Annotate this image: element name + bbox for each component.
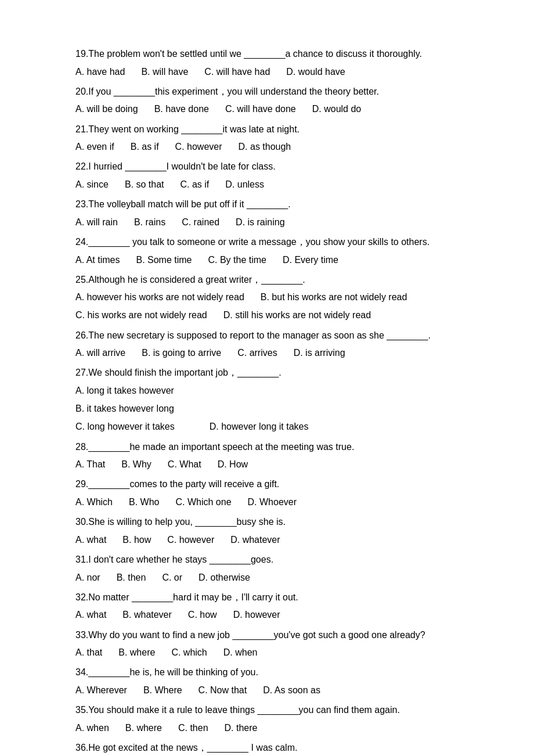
option-3-23: D. is raining <box>236 214 284 230</box>
question-block-33: 33.Why do you want to find a new job ___… <box>75 628 464 661</box>
question-text-32: 32.No matter ________hard it may be，I'll… <box>75 590 464 605</box>
question-block-28: 28.________he made an important speech a… <box>75 440 464 473</box>
options-line-26: A. will arriveB. is going to arriveC. ar… <box>75 345 464 361</box>
option-2-20: C. will have done <box>225 101 296 117</box>
option-2-26: C. arrives <box>237 345 277 361</box>
option-2-23: C. rained <box>182 214 219 230</box>
question-text-19: 19.The problem won't be settled until we… <box>75 46 464 62</box>
option-3-20: D. would do <box>312 101 362 117</box>
option-a-25: A. however his works are not widely read <box>75 289 244 305</box>
question-block-20: 20.If you ________this experiment，you wi… <box>75 84 464 117</box>
question-block-36: 36.He got excited at the news，________ I… <box>75 740 464 755</box>
options-line-28: A. ThatB. WhyC. WhatD. How <box>75 456 464 472</box>
option-c-25: C. his works are not widely read <box>75 307 207 323</box>
option-2-32: C. how <box>188 607 217 622</box>
option-0-22: A. since <box>75 177 109 192</box>
option-3-24: D. Every time <box>283 252 338 268</box>
option-0-20: A. will be doing <box>75 101 138 117</box>
questions-container: 19.The problem won't be settled until we… <box>75 46 464 755</box>
option-2-28: C. What <box>168 456 201 472</box>
option-2-31: C. or <box>162 570 182 585</box>
option-3-28: D. How <box>218 456 248 472</box>
option-2-21: C. however <box>175 139 222 154</box>
option-3-31: D. otherwise <box>199 570 250 585</box>
option-3-29: D. Whoever <box>248 494 297 510</box>
option-row-1-27: B. it takes however long <box>75 401 464 416</box>
options-line-33: A. thatB. whereC. whichD. when <box>75 645 464 660</box>
option-3-35: D. there <box>225 720 258 736</box>
option-1-30: B. how <box>122 532 151 548</box>
option-3-30: D. whatever <box>230 532 280 548</box>
options-line-23: A. will rainB. rainsC. rainedD. is raini… <box>75 214 464 230</box>
option-1-24: B. Some time <box>136 252 192 268</box>
question-block-32: 32.No matter ________hard it may be，I'll… <box>75 590 464 623</box>
option-1-29: B. Who <box>129 494 159 510</box>
option-2-29: C. Which one <box>175 494 231 510</box>
option-0-30: A. what <box>75 532 106 548</box>
option-0-28: A. That <box>75 456 105 472</box>
options-line-29: A. WhichB. WhoC. Which oneD. Whoever <box>75 494 464 510</box>
question-text-27: 27.We should finish the important job，__… <box>75 365 464 380</box>
option-3-33: D. when <box>223 645 258 660</box>
option-2-35: C. then <box>178 720 208 736</box>
option-0-26: A. will arrive <box>75 345 125 361</box>
option-1-33: B. where <box>118 645 155 660</box>
option-0-33: A. that <box>75 645 102 660</box>
question-text-24: 24.________ you talk to someone or write… <box>75 235 464 250</box>
option-0-24: A. At times <box>75 252 120 268</box>
option-1-31: B. then <box>117 570 146 585</box>
question-block-35: 35.You should make it a rule to leave th… <box>75 703 464 736</box>
option-1-32: B. whatever <box>122 607 171 622</box>
question-text-31: 31.I don't care whether he stays _______… <box>75 552 464 567</box>
option-3-22: D. unless <box>225 177 264 192</box>
question-block-23: 23.The volleyball match will be put off … <box>75 197 464 230</box>
question-block-25: 25.Although he is considered a great wri… <box>75 272 464 323</box>
question-text-22: 22.I hurried ________I wouldn't be late … <box>75 159 464 174</box>
option-2-33: C. which <box>171 645 207 660</box>
question-text-33: 33.Why do you want to find a new job ___… <box>75 628 464 643</box>
question-block-24: 24.________ you talk to someone or write… <box>75 235 464 268</box>
options-line-30: A. whatB. howC. howeverD. whatever <box>75 532 464 548</box>
option-row-2-27: C. long however it takesD. however long … <box>75 419 464 434</box>
option-0-35: A. when <box>75 720 109 736</box>
options-line-34: A. WhereverB. WhereC. Now thatD. As soon… <box>75 682 464 698</box>
question-block-27: 27.We should finish the important job，__… <box>75 365 464 434</box>
question-text-34: 34.________he is, he will be thinking of… <box>75 665 464 680</box>
question-block-19: 19.The problem won't be settled until we… <box>75 46 464 80</box>
option-2-22: C. as if <box>181 177 210 192</box>
option-2-19: C. will have had <box>204 64 270 80</box>
question-text-20: 20.If you ________this experiment，you wi… <box>75 84 464 99</box>
question-block-29: 29.________comes to the party will recei… <box>75 477 464 510</box>
question-block-21: 21.They went on working ________it was l… <box>75 122 464 155</box>
question-text-21: 21.They went on working ________it was l… <box>75 122 464 137</box>
option-2-30: C. however <box>167 532 214 548</box>
question-text-23: 23.The volleyball match will be put off … <box>75 197 464 212</box>
question-text-30: 30.She is willing to help you, ________b… <box>75 514 464 530</box>
option-1-35: B. where <box>125 720 162 736</box>
option-0-32: A. what <box>75 607 106 622</box>
options-line-21: A. even ifB. as ifC. howeverD. as though <box>75 139 464 154</box>
option-3-26: D. is arriving <box>294 345 345 361</box>
option-row-0-27: A. long it takes however <box>75 383 464 398</box>
option-1-19: B. will have <box>141 64 188 80</box>
option-0-29: A. Which <box>75 494 113 510</box>
option-2-24: C. By the time <box>208 252 266 268</box>
option-1-20: B. have done <box>154 101 209 117</box>
options-line-19: A. have hadB. will haveC. will have hadD… <box>75 64 464 80</box>
option-1-34: B. Where <box>143 682 182 698</box>
question-text-25: 25.Although he is considered a great wri… <box>75 272 464 287</box>
options-line-24: A. At timesB. Some timeC. By the timeD. … <box>75 252 464 268</box>
option-3-32: D. however <box>233 607 280 622</box>
question-text-35: 35.You should make it a rule to leave th… <box>75 703 464 718</box>
option-3-34: D. As soon as <box>263 682 320 698</box>
option-2-34: C. Now that <box>199 682 247 698</box>
options-line-31: A. norB. thenC. orD. otherwise <box>75 570 464 585</box>
option-0-21: A. even if <box>75 139 114 154</box>
option-0-31: A. nor <box>75 570 100 585</box>
option-0-23: A. will rain <box>75 214 118 230</box>
question-block-30: 30.She is willing to help you, ________b… <box>75 514 464 548</box>
options-row1-25: A. however his works are not widely read… <box>75 289 464 305</box>
option-d-25: D. still his works are not widely read <box>223 307 371 323</box>
option-3-19: D. would have <box>286 64 345 80</box>
question-block-31: 31.I don't care whether he stays _______… <box>75 552 464 585</box>
